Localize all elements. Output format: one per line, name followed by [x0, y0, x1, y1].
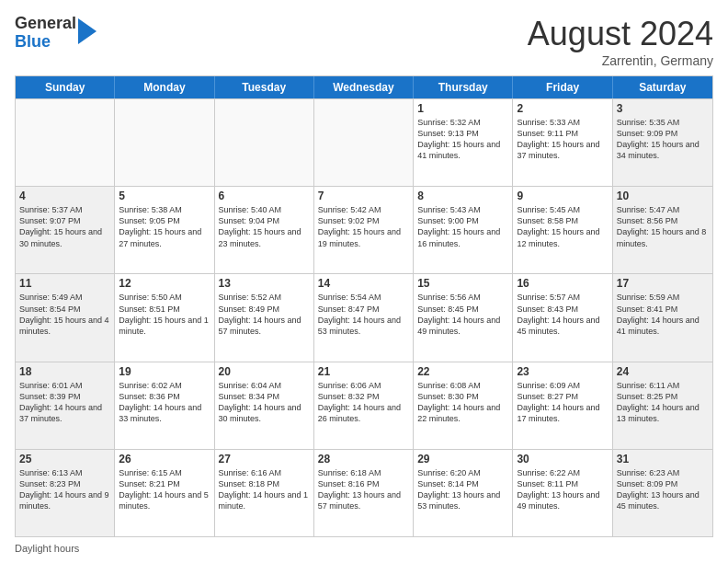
footer: Daylight hours [15, 543, 713, 554]
cell-text: Sunrise: 5:45 AM Sunset: 8:58 PM Dayligh… [517, 204, 608, 249]
cal-cell-day-30: 30Sunrise: 6:22 AM Sunset: 8:11 PM Dayli… [513, 450, 612, 536]
day-number: 8 [417, 190, 508, 202]
cal-cell-day-25: 25Sunrise: 6:13 AM Sunset: 8:23 PM Dayli… [16, 450, 115, 536]
cal-header-wednesday: Wednesday [314, 76, 414, 98]
logo-blue: Blue [15, 33, 76, 52]
cal-cell-empty [215, 99, 314, 186]
logo: General Blue [15, 15, 97, 52]
logo-general: General [15, 15, 76, 33]
cal-cell-day-24: 24Sunrise: 6:11 AM Sunset: 8:25 PM Dayli… [613, 362, 712, 449]
cell-text: Sunrise: 5:56 AM Sunset: 8:45 PM Dayligh… [417, 292, 508, 337]
cell-text: Sunrise: 6:11 AM Sunset: 8:25 PM Dayligh… [617, 380, 709, 425]
cal-row-5: 25Sunrise: 6:13 AM Sunset: 8:23 PM Dayli… [16, 449, 712, 536]
day-number: 26 [119, 453, 210, 465]
cell-text: Sunrise: 6:20 AM Sunset: 8:14 PM Dayligh… [417, 467, 508, 512]
day-number: 12 [119, 277, 210, 290]
cell-text: Sunrise: 5:37 AM Sunset: 9:07 PM Dayligh… [19, 204, 110, 249]
cell-text: Sunrise: 6:23 AM Sunset: 8:09 PM Dayligh… [617, 467, 709, 512]
day-number: 24 [617, 365, 709, 378]
cal-header-sunday: Sunday [16, 76, 115, 98]
cal-cell-day-15: 15Sunrise: 5:56 AM Sunset: 8:45 PM Dayli… [414, 274, 513, 361]
cell-text: Sunrise: 5:33 AM Sunset: 9:11 PM Dayligh… [517, 117, 608, 162]
cell-text: Sunrise: 6:04 AM Sunset: 8:34 PM Dayligh… [219, 380, 310, 425]
day-number: 19 [119, 365, 210, 378]
calendar-header: SundayMondayTuesdayWednesdayThursdayFrid… [16, 76, 712, 98]
cal-cell-day-13: 13Sunrise: 5:52 AM Sunset: 8:49 PM Dayli… [215, 274, 314, 361]
day-number: 31 [617, 453, 709, 465]
calendar-body: 1Sunrise: 5:32 AM Sunset: 9:13 PM Daylig… [16, 98, 712, 536]
cal-cell-day-11: 11Sunrise: 5:49 AM Sunset: 8:54 PM Dayli… [16, 274, 115, 361]
day-number: 18 [19, 365, 110, 378]
day-number: 9 [517, 190, 608, 202]
cell-text: Sunrise: 5:49 AM Sunset: 8:54 PM Dayligh… [19, 292, 110, 337]
day-number: 17 [617, 277, 709, 290]
cal-row-3: 11Sunrise: 5:49 AM Sunset: 8:54 PM Dayli… [16, 273, 712, 361]
day-number: 15 [417, 277, 508, 290]
cell-text: Sunrise: 5:42 AM Sunset: 9:02 PM Dayligh… [318, 204, 409, 249]
day-number: 27 [219, 453, 310, 465]
cal-cell-empty [314, 99, 414, 186]
logo-text: General Blue [15, 15, 76, 52]
location: Zarrentin, Germany [528, 53, 713, 68]
page: General Blue August 2024 Zarrentin, Germ… [0, 0, 728, 563]
cal-header-thursday: Thursday [414, 76, 513, 98]
daylight-label: Daylight hours [15, 543, 79, 554]
cal-cell-day-28: 28Sunrise: 6:18 AM Sunset: 8:16 PM Dayli… [314, 450, 414, 536]
cal-cell-day-27: 27Sunrise: 6:16 AM Sunset: 8:18 PM Dayli… [215, 450, 314, 536]
cell-text: Sunrise: 6:22 AM Sunset: 8:11 PM Dayligh… [517, 467, 608, 512]
day-number: 1 [417, 102, 508, 115]
day-number: 29 [417, 453, 508, 465]
svg-marker-0 [78, 18, 97, 44]
cal-row-1: 1Sunrise: 5:32 AM Sunset: 9:13 PM Daylig… [16, 98, 712, 186]
cell-text: Sunrise: 5:54 AM Sunset: 8:47 PM Dayligh… [318, 292, 409, 337]
cal-cell-day-20: 20Sunrise: 6:04 AM Sunset: 8:34 PM Dayli… [215, 362, 314, 449]
day-number: 7 [318, 190, 409, 202]
day-number: 30 [517, 453, 608, 465]
cell-text: Sunrise: 5:32 AM Sunset: 9:13 PM Dayligh… [417, 117, 508, 162]
cal-cell-day-19: 19Sunrise: 6:02 AM Sunset: 8:36 PM Dayli… [115, 362, 214, 449]
logo-icon [78, 18, 97, 44]
day-number: 5 [119, 190, 210, 202]
cell-text: Sunrise: 5:59 AM Sunset: 8:41 PM Dayligh… [617, 292, 709, 337]
cell-text: Sunrise: 6:01 AM Sunset: 8:39 PM Dayligh… [19, 380, 110, 425]
header: General Blue August 2024 Zarrentin, Germ… [15, 15, 713, 68]
cal-cell-day-31: 31Sunrise: 6:23 AM Sunset: 8:09 PM Dayli… [613, 450, 712, 536]
day-number: 16 [517, 277, 608, 290]
cell-text: Sunrise: 5:50 AM Sunset: 8:51 PM Dayligh… [119, 292, 210, 337]
day-number: 22 [417, 365, 508, 378]
cal-cell-day-22: 22Sunrise: 6:08 AM Sunset: 8:30 PM Dayli… [414, 362, 513, 449]
cal-cell-day-3: 3Sunrise: 5:35 AM Sunset: 9:09 PM Daylig… [613, 99, 712, 186]
cell-text: Sunrise: 5:40 AM Sunset: 9:04 PM Dayligh… [219, 204, 310, 249]
cal-cell-day-6: 6Sunrise: 5:40 AM Sunset: 9:04 PM Daylig… [215, 187, 314, 273]
month-title: August 2024 [528, 15, 713, 53]
day-number: 28 [318, 453, 409, 465]
cell-text: Sunrise: 6:16 AM Sunset: 8:18 PM Dayligh… [219, 467, 310, 512]
cal-header-tuesday: Tuesday [215, 76, 314, 98]
cal-header-saturday: Saturday [613, 76, 712, 98]
cal-row-2: 4Sunrise: 5:37 AM Sunset: 9:07 PM Daylig… [16, 186, 712, 273]
cell-text: Sunrise: 6:09 AM Sunset: 8:27 PM Dayligh… [517, 380, 608, 425]
day-number: 3 [617, 102, 709, 115]
cell-text: Sunrise: 5:57 AM Sunset: 8:43 PM Dayligh… [517, 292, 608, 337]
calendar: SundayMondayTuesdayWednesdayThursdayFrid… [15, 75, 713, 537]
cal-cell-day-29: 29Sunrise: 6:20 AM Sunset: 8:14 PM Dayli… [414, 450, 513, 536]
cell-text: Sunrise: 6:06 AM Sunset: 8:32 PM Dayligh… [318, 380, 409, 425]
cell-text: Sunrise: 5:38 AM Sunset: 9:05 PM Dayligh… [119, 204, 210, 249]
day-number: 2 [517, 102, 608, 115]
day-number: 10 [617, 190, 709, 202]
cell-text: Sunrise: 6:08 AM Sunset: 8:30 PM Dayligh… [417, 380, 508, 425]
cal-cell-day-5: 5Sunrise: 5:38 AM Sunset: 9:05 PM Daylig… [115, 187, 214, 273]
day-number: 23 [517, 365, 608, 378]
cal-cell-day-18: 18Sunrise: 6:01 AM Sunset: 8:39 PM Dayli… [16, 362, 115, 449]
cell-text: Sunrise: 5:47 AM Sunset: 8:56 PM Dayligh… [617, 204, 709, 249]
cell-text: Sunrise: 6:15 AM Sunset: 8:21 PM Dayligh… [119, 467, 210, 512]
cal-cell-day-23: 23Sunrise: 6:09 AM Sunset: 8:27 PM Dayli… [513, 362, 612, 449]
day-number: 21 [318, 365, 409, 378]
cell-text: Sunrise: 6:18 AM Sunset: 8:16 PM Dayligh… [318, 467, 409, 512]
cell-text: Sunrise: 6:02 AM Sunset: 8:36 PM Dayligh… [119, 380, 210, 425]
day-number: 14 [318, 277, 409, 290]
cal-cell-day-12: 12Sunrise: 5:50 AM Sunset: 8:51 PM Dayli… [115, 274, 214, 361]
cal-header-monday: Monday [115, 76, 214, 98]
cal-cell-day-26: 26Sunrise: 6:15 AM Sunset: 8:21 PM Dayli… [115, 450, 214, 536]
day-number: 25 [19, 453, 110, 465]
